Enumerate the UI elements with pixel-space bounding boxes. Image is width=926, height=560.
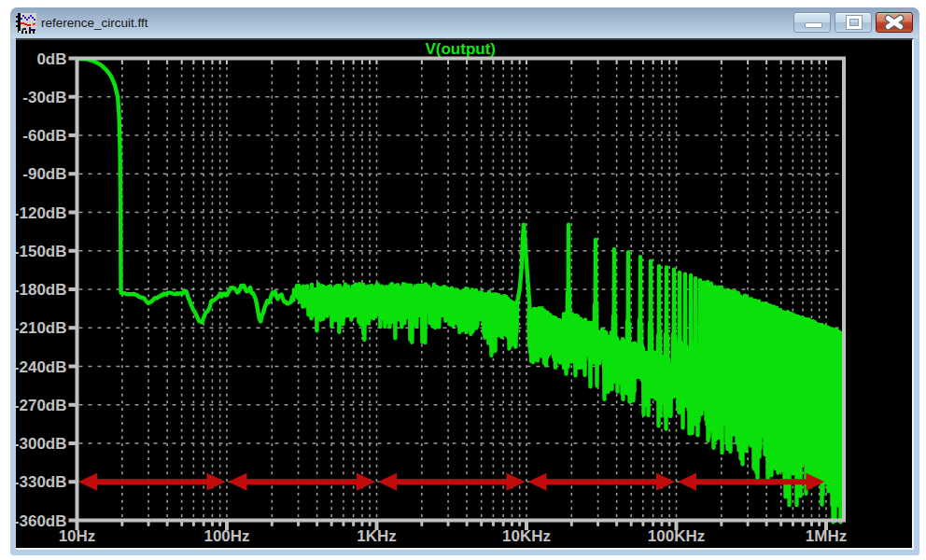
trace-label[interactable]: V(output): [425, 40, 496, 58]
x-axis-label: 1MHz: [806, 527, 847, 545]
y-axis-label: -240dB: [16, 358, 67, 376]
y-axis-label: -30dB: [22, 89, 66, 106]
window-controls: [793, 12, 913, 33]
decade-arrows: [78, 473, 825, 491]
minimize-icon: [805, 22, 822, 28]
fft-trace[interactable]: [77, 59, 844, 522]
close-icon: [877, 13, 912, 32]
y-axis-label: -270dB: [16, 397, 67, 414]
minimize-button[interactable]: [793, 12, 831, 33]
y-axis-label: -330dB: [16, 473, 67, 491]
close-button[interactable]: [876, 12, 913, 33]
x-axis-label: 100KHz: [648, 527, 705, 545]
restore-icon: [847, 16, 862, 29]
maximize-button[interactable]: [835, 12, 872, 33]
waveform-plot-icon: [16, 13, 36, 34]
window-title: reference_circuit.fft: [41, 16, 148, 30]
fft-plot[interactable]: 0dB-30dB-60dB-90dB-120dB-150dB-180dB-210…: [16, 40, 912, 548]
screenshot-background: reference_circuit.fft 0dB-30dB-60dB-90dB…: [0, 0, 926, 560]
x-axis-label: 10KHz: [502, 527, 551, 545]
ltspice-fft-window: reference_circuit.fft 0dB-30dB-60dB-90dB…: [10, 7, 919, 555]
y-axis-label: -60dB: [22, 127, 66, 145]
y-axis-label: 0dB: [36, 50, 66, 68]
y-axis-label: -90dB: [22, 165, 66, 183]
y-axis-label: -150dB: [16, 243, 67, 260]
y-axis-label: -300dB: [16, 435, 67, 453]
plot-client-area[interactable]: 0dB-30dB-60dB-90dB-120dB-150dB-180dB-210…: [16, 38, 914, 550]
title-bar[interactable]: reference_circuit.fft: [10, 7, 919, 38]
y-axis-label: -120dB: [16, 204, 67, 222]
y-axis-label: -180dB: [16, 281, 67, 299]
y-axis-label: -210dB: [16, 319, 67, 337]
x-axis-label: 1KHz: [357, 527, 397, 545]
x-axis-label: 10Hz: [59, 527, 96, 545]
x-axis-label: 100Hz: [203, 527, 249, 545]
